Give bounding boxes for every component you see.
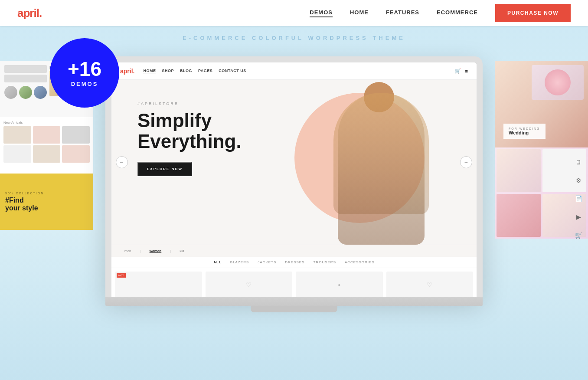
filter-blazers[interactable]: BLAZERS xyxy=(230,260,249,264)
demo-explore-button[interactable]: EXPLORE NOW xyxy=(137,162,192,176)
demo-arrow-right[interactable]: → xyxy=(460,156,472,168)
filter-dresses[interactable]: DRESSES xyxy=(285,260,304,264)
wedding-img xyxy=(532,65,584,100)
nav-home[interactable]: HOME xyxy=(350,9,369,17)
style-title: #Findyour style xyxy=(5,197,88,212)
thumb-bar-2 xyxy=(4,75,47,82)
demo-logo: april. xyxy=(120,68,134,75)
arrivals-item-2 xyxy=(33,126,61,144)
arrivals-item-6 xyxy=(62,145,90,163)
thumb-arrivals[interactable]: New Arrivals xyxy=(0,117,93,174)
demo-screen: april. HOME SHOP BLOG PAGES CONTACT US 🛒… xyxy=(111,62,477,297)
demo-products: HOT ♡ ● ♡ xyxy=(111,268,477,297)
demo-nav-shop: SHOP xyxy=(162,69,174,73)
laptop-shell: april. HOME SHOP BLOG PAGES CONTACT US 🛒… xyxy=(105,56,483,297)
document-icon[interactable]: 📄 xyxy=(572,193,585,205)
nav-links: DEMOS HOME FEATURES ECOMMERCE xyxy=(310,9,478,17)
cart-side-icon[interactable]: 🛒 xyxy=(572,229,585,241)
demo-product-3[interactable]: ● xyxy=(296,272,383,297)
play-icon[interactable]: ▶ xyxy=(572,211,585,223)
demo-hero-text: #APRILSTORE Simplify Everything. EXPLORE… xyxy=(111,80,250,245)
badge-label: DEMOS xyxy=(71,81,98,87)
thumb-circle-3 xyxy=(34,86,47,99)
badge-count: +16 xyxy=(68,59,101,79)
navbar: april. DEMOS HOME FEATURES ECOMMERCE PUR… xyxy=(0,0,588,26)
arrivals-header: New Arrivals xyxy=(3,121,90,124)
wedding-label: FOR WEDDING xyxy=(509,127,540,130)
nav-ecommerce[interactable]: ECOMMERCE xyxy=(437,9,478,17)
demo-nav-links: HOME SHOP BLOG PAGES CONTACT US xyxy=(143,69,246,73)
model-hat-hair xyxy=(333,93,429,214)
model-figure xyxy=(329,80,433,245)
product-badge: HOT xyxy=(117,273,126,278)
globe-icon[interactable]: ⚙ xyxy=(572,174,585,187)
wedding-title: Wedding xyxy=(509,130,540,135)
laptop-base xyxy=(105,297,483,306)
filter-jackets[interactable]: JACKETS xyxy=(258,260,276,264)
logo-text: april xyxy=(17,7,39,20)
demo-nav-contact: CONTACT US xyxy=(219,69,246,73)
pink-item-1 xyxy=(497,149,541,192)
demos-badge: +16 DEMOS xyxy=(50,38,119,108)
demo-nav-home: HOME xyxy=(143,69,156,73)
arrivals-item-4 xyxy=(3,145,31,163)
arrivals-grid xyxy=(3,126,90,163)
demo-nav-icons: 🛒 ≡ xyxy=(455,68,468,74)
arrivals-item-3 xyxy=(62,126,90,144)
arrivals-item-1 xyxy=(3,126,31,144)
thumb-circle-1 xyxy=(4,86,17,99)
thumb-bar-1 xyxy=(4,65,47,73)
laptop-wrapper: april. HOME SHOP BLOG PAGES CONTACT US 🛒… xyxy=(105,56,483,312)
cat-women[interactable]: women xyxy=(150,249,162,253)
cat-sep-2: | xyxy=(170,249,171,253)
demo-product-2[interactable]: ♡ xyxy=(206,272,293,297)
flower xyxy=(545,69,571,95)
demo-product-1[interactable]: HOT xyxy=(115,272,202,297)
demo-headline: Simplify Everything. xyxy=(137,110,250,152)
cat-men[interactable]: men xyxy=(124,249,131,253)
filter-accessories[interactable]: ACCESSORIES xyxy=(345,260,375,264)
thumb-circle-2 xyxy=(19,86,32,99)
demo-product-4[interactable]: ♡ xyxy=(386,272,474,297)
arrivals-item-5 xyxy=(33,145,61,163)
demo-hero: #APRILSTORE Simplify Everything. EXPLORE… xyxy=(111,80,477,245)
menu-icon-demo: ≡ xyxy=(465,69,468,74)
demo-nav: april. HOME SHOP BLOG PAGES CONTACT US 🛒… xyxy=(111,62,477,80)
filter-trousers[interactable]: TROUSERS xyxy=(314,260,336,264)
demo-filters: ALL BLAZERS JACKETS DRESSES TROUSERS ACC… xyxy=(111,257,477,268)
demo-tagline: #APRILSTORE xyxy=(137,102,250,106)
cat-sep-1: | xyxy=(140,249,141,253)
thumb-wedding[interactable]: FOR WEDDING Wedding xyxy=(495,61,588,147)
laptop-stand xyxy=(251,306,337,312)
nav-logo: april. xyxy=(17,7,42,20)
thumb-style[interactable]: 90's COLLECTION #Findyour style xyxy=(0,174,93,230)
demo-categories: men | women | kid xyxy=(111,245,477,257)
cat-kid[interactable]: kid xyxy=(180,249,184,253)
demo-nav-pages: PAGES xyxy=(198,69,212,73)
laptop-screen: april. HOME SHOP BLOG PAGES CONTACT US 🛒… xyxy=(111,62,477,297)
cart-icon-demo: 🛒 xyxy=(455,68,461,74)
purchase-button[interactable]: PURCHASE NOW xyxy=(495,4,571,22)
wedding-card: FOR WEDDING Wedding xyxy=(503,124,546,139)
demo-arrow-left[interactable]: ← xyxy=(116,156,128,168)
pink-item-3 xyxy=(497,194,541,237)
filter-all[interactable]: ALL xyxy=(213,260,222,264)
nav-demos[interactable]: DEMOS xyxy=(310,9,333,17)
nav-features[interactable]: FEATURES xyxy=(386,9,419,17)
demo-model xyxy=(320,80,442,245)
side-icons: 🖥 ⚙ 📄 ▶ 🛒 xyxy=(572,156,585,241)
monitor-icon[interactable]: 🖥 xyxy=(572,156,585,168)
style-small: 90's COLLECTION xyxy=(5,192,88,195)
hero-subtitle: E-COMMERCE COLORFUL WORDPRESS THEME xyxy=(183,35,405,41)
demo-nav-blog: BLOG xyxy=(180,69,192,73)
logo-dot: . xyxy=(39,7,42,20)
